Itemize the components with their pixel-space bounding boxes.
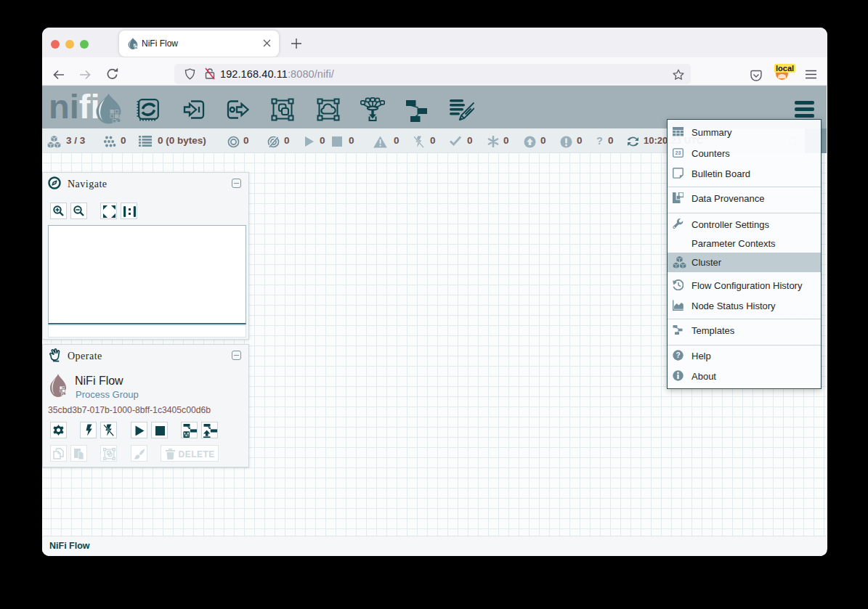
svg-text:23: 23 <box>676 150 681 155</box>
svg-text:?: ? <box>676 351 680 359</box>
